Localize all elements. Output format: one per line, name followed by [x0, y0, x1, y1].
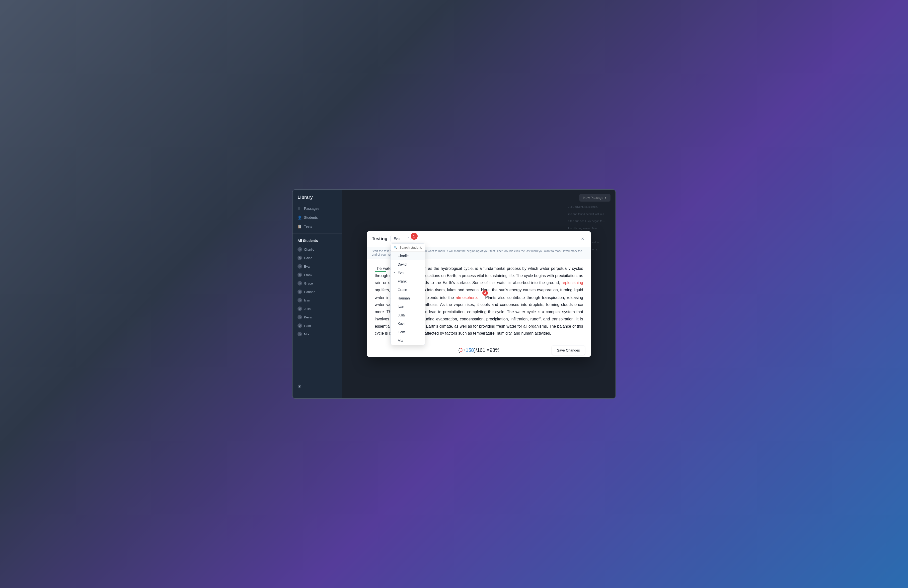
modal-close-button[interactable]: ×: [579, 235, 586, 243]
save-changes-button[interactable]: Save Changes: [552, 346, 585, 355]
avatar-david: ⊙: [298, 256, 302, 260]
sidebar-item-students-label: Students: [304, 216, 318, 219]
student-name-kevin: Kevin: [304, 316, 312, 319]
sidebar: Library ⊞ Passages 👤 Students 📋 Tests Al…: [293, 190, 342, 398]
score-plus: +: [463, 347, 466, 353]
student-name-julia: Julia: [304, 307, 311, 311]
step-2-badge: 2: [482, 290, 488, 296]
word-activities: activities.: [535, 331, 551, 335]
avatar-grace: ⊙: [298, 281, 302, 285]
score-red: 3: [460, 347, 463, 353]
dropdown-menu: 🔍 Charlie David Eva: [390, 243, 425, 345]
dropdown-item-frank[interactable]: Frank: [391, 277, 425, 285]
dropdown-item-kevin[interactable]: Kevin: [391, 319, 425, 328]
modal-header: Testing Eva ⌃⌄ 1 🔍: [367, 231, 591, 247]
avatar-kevin: ⊙: [298, 315, 302, 319]
modal-title: Testing: [372, 236, 388, 242]
dropdown-item-charlie[interactable]: Charlie: [391, 251, 425, 260]
student-name-charlie: Charlie: [304, 248, 314, 251]
student-selector[interactable]: Eva ⌃⌄ 1: [390, 235, 415, 242]
sidebar-student-mia[interactable]: ⊙ Mia: [293, 330, 342, 338]
student-name-eva: Eva: [304, 264, 309, 268]
selected-student-name: Eva: [394, 237, 400, 241]
dropdown-item-hannah[interactable]: Hannah: [391, 294, 425, 303]
main-content: New Passage ▾ ...all, adventurous kitten…: [342, 190, 615, 398]
student-name-ivan: Ivan: [304, 298, 310, 302]
avatar-frank: ⊙: [298, 272, 302, 277]
student-name-david: David: [304, 256, 312, 260]
settings-icon[interactable]: ☀: [298, 384, 301, 389]
student-name-hannah: Hannah: [304, 290, 316, 294]
sidebar-student-grace[interactable]: ⊙ Grace: [293, 279, 342, 288]
word-atmosphere: atmosphere.: [456, 295, 478, 300]
dropdown-item-eva[interactable]: Eva: [391, 269, 425, 277]
avatar-ivan: ⊙: [298, 298, 302, 303]
sidebar-student-julia[interactable]: ⊙ Julia: [293, 304, 342, 313]
dropdown-item-mia[interactable]: Mia: [391, 337, 425, 345]
sidebar-student-ivan[interactable]: ⊙ Ivan: [293, 296, 342, 304]
avatar-hannah: ⊙: [298, 290, 302, 294]
student-search-input[interactable]: [399, 246, 422, 250]
sidebar-item-students[interactable]: 👤 Students: [293, 213, 342, 222]
modal-footer: (3+158)/161 =98% Save Changes: [367, 343, 591, 357]
tests-icon: 📋: [298, 224, 301, 229]
app-container: Library ⊞ Passages 👤 Students 📋 Tests Al…: [292, 189, 616, 399]
dropdown-item-david[interactable]: David: [391, 260, 425, 269]
avatar-eva: ⊙: [298, 264, 302, 269]
score-display: (3+158)/161 =98%: [458, 347, 500, 353]
sidebar-item-passages-label: Passages: [304, 206, 319, 211]
student-selector-container: Eva ⌃⌄ 1 🔍 Charlie: [390, 235, 415, 242]
sidebar-item-tests[interactable]: 📋 Tests: [293, 222, 342, 231]
sidebar-student-kevin[interactable]: ⊙ Kevin: [293, 313, 342, 321]
dropdown-item-grace[interactable]: Grace: [391, 285, 425, 294]
word-replenishing: replenishing: [562, 280, 583, 285]
library-title: Library: [293, 195, 342, 204]
avatar-mia: ⊙: [298, 332, 302, 337]
student-name-liam: Liam: [304, 324, 311, 328]
search-icon: 🔍: [394, 246, 398, 250]
student-name-mia: Mia: [304, 332, 309, 336]
sidebar-student-liam[interactable]: ⊙ Liam: [293, 321, 342, 330]
all-students-heading: All Students: [293, 236, 342, 245]
avatar-julia: ⊙: [298, 306, 302, 311]
sidebar-student-eva[interactable]: ⊙ Eva: [293, 262, 342, 271]
modal-overlay: Testing Eva ⌃⌄ 1 🔍: [342, 190, 615, 398]
sidebar-bottom: ☀: [293, 380, 342, 393]
sidebar-student-frank[interactable]: ⊙ Frank: [293, 271, 342, 279]
dropdown-item-julia[interactable]: Julia: [391, 311, 425, 319]
avatar-charlie: ⊙: [298, 247, 302, 251]
avatar-liam: ⊙: [298, 324, 302, 328]
step-1-badge: 1: [411, 233, 418, 240]
student-name-frank: Frank: [304, 273, 312, 277]
score-suffix: )/161 =98%: [474, 347, 500, 353]
sidebar-student-hannah[interactable]: ⊙ Hannah: [293, 288, 342, 296]
dropdown-item-ivan[interactable]: Ivan: [391, 303, 425, 311]
grid-icon: ⊞: [298, 206, 301, 211]
step2-badge-container: 2: [478, 295, 483, 300]
sidebar-item-tests-label: Tests: [304, 224, 312, 229]
modal: Testing Eva ⌃⌄ 1 🔍: [367, 231, 591, 357]
dropdown-item-liam[interactable]: Liam: [391, 328, 425, 337]
sidebar-student-david[interactable]: ⊙ David: [293, 254, 342, 262]
student-name-grace: Grace: [304, 282, 313, 285]
sidebar-item-passages[interactable]: ⊞ Passages: [293, 204, 342, 213]
users-icon: 👤: [298, 216, 301, 219]
dropdown-search-container: 🔍: [391, 244, 425, 251]
score-prefix: (: [458, 347, 460, 353]
sidebar-student-charlie[interactable]: ⊙ Charlie: [293, 245, 342, 254]
score-blue: 158: [466, 347, 474, 353]
